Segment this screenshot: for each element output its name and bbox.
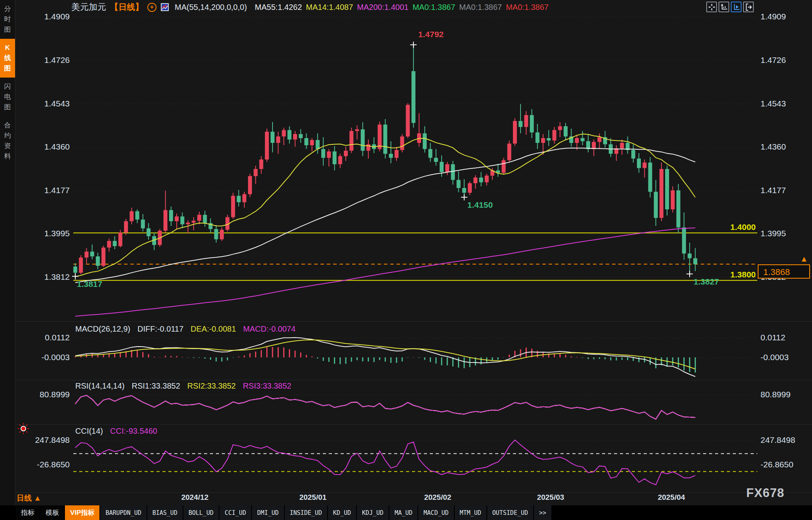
timeframe-selector[interactable]: 日线 ▲ (17, 493, 41, 503)
chart-style-icon[interactable] (160, 3, 169, 11)
rsi-axis-label: 80.8999 (16, 390, 70, 399)
tab-vip指标[interactable]: VIP指标 (65, 505, 99, 520)
price-axis-label: 1.4360 (761, 142, 786, 152)
price-annotation: 1.4792 (418, 30, 444, 39)
exit-chart-icon[interactable] (743, 2, 754, 12)
tab->>[interactable]: >> (534, 505, 551, 520)
indicator-value: RSI2:33.3852 (187, 381, 236, 390)
last-price-box: 1.3868 (758, 264, 810, 279)
indicator-value: MACD:-0.0074 (243, 325, 295, 333)
price-axis-label: 1.4177 (761, 186, 786, 195)
price-axis-label: 1.3995 (761, 229, 786, 238)
price-axis-label: 1.3812 (16, 272, 70, 282)
chart-toolbar (706, 2, 754, 12)
tab-mtm_ud[interactable]: MTM_UD (455, 505, 486, 520)
macd-axis-label: -0.0003 (16, 353, 70, 362)
panel-separator (15, 492, 812, 493)
time-axis-label: 2025/03 (537, 493, 564, 502)
tab-cci_ud[interactable]: CCI_UD (219, 505, 251, 520)
ma-value: MA14:1.4087 (306, 3, 353, 11)
ma-value: MA55:1.4262 (255, 3, 302, 11)
tab-指标[interactable]: 指标 (16, 505, 40, 520)
ma-value: MA0:1.3867 (412, 3, 455, 11)
price-axis-label: 1.4360 (16, 142, 70, 152)
tab-barupdn_ud[interactable]: BARUPDN_UD (100, 505, 146, 520)
trading-app: { "sidebar": { "items": [ {"label": "分时图… (0, 0, 812, 520)
sidebar: 分时图K线图闪电图合约资料 (0, 0, 15, 520)
indicator-value: MACD(26,12,9) (75, 325, 130, 333)
cci-axis-label: -26.8650 (16, 460, 70, 469)
watermark: FX678 (746, 486, 784, 500)
macd-axis-label: 0.0112 (761, 333, 785, 342)
indicator-value: DIFF:-0.0117 (137, 325, 183, 333)
indicator-value: CCI:-93.5460 (110, 427, 157, 435)
rsi-axis-label: 80.8999 (761, 390, 791, 399)
add-indicator-icon[interactable]: + (147, 3, 156, 12)
panel-separator (15, 380, 812, 380)
indicator-tabbar: 指标模板VIP指标BARUPDN_UDBIAS_UDBOLL_UDCCI_UDD… (0, 505, 812, 520)
macd-axis-label: -0.0003 (761, 353, 789, 362)
price-axis-label: 1.4543 (16, 99, 70, 108)
macd-header: MACD(26,12,9)DIFF:-0.0117DEA:-0.0081MACD… (75, 325, 303, 334)
axis-play-icon[interactable] (731, 2, 741, 12)
cci-axis-label: 247.8498 (16, 435, 70, 445)
indicator-value: RSI1:33.3852 (132, 381, 180, 390)
indicator-value: DEA:-0.0081 (191, 325, 236, 333)
price-axis-label: 1.3995 (16, 229, 70, 238)
panel-separator (15, 321, 812, 322)
rsi-header: RSI(14,14,14)RSI1:33.3852RSI2:33.3852RSI… (75, 381, 299, 391)
price-up-arrow-icon: ▲ (800, 255, 808, 263)
cci-axis-label: 247.8498 (761, 435, 795, 445)
price-axis-label: 1.4909 (16, 12, 70, 21)
crosshair-icon[interactable] (706, 2, 717, 12)
price-annotation: 1.3817 (77, 279, 102, 289)
tab-macd_ud[interactable]: MACD_UD (418, 505, 454, 520)
ma-value: MA200:1.4001 (357, 3, 408, 11)
time-axis-label: 2025/04 (658, 493, 685, 502)
axis-scale-icon[interactable] (719, 2, 729, 12)
sidebar-item-3[interactable]: 闪电图 (0, 78, 15, 116)
price-axis-label: 1.4909 (761, 12, 786, 21)
chart-header: 美元加元 【日线】 + MA(55,14,200,0,0,0) MA55:1.4… (71, 2, 549, 13)
indicator-value: CCI(14) (75, 427, 103, 435)
price-axis-label: 1.4726 (761, 55, 786, 65)
symbol-title: 美元加元 (71, 1, 106, 13)
time-axis-label: 2024/12 (181, 493, 209, 502)
alert-blinker-icon[interactable] (17, 423, 29, 435)
indicator-value: RSI3:33.3852 (243, 381, 291, 390)
alert-line-label: 1.4000 (711, 222, 756, 232)
sidebar-item-2[interactable]: K线图 (0, 39, 15, 78)
tab-kd_ud[interactable]: KD_UD (328, 505, 356, 520)
chart-canvas[interactable] (0, 0, 812, 520)
price-axis-label: 1.4726 (16, 55, 70, 65)
tab-bias_ud[interactable]: BIAS_UD (147, 505, 183, 520)
ma-value: MA0:1.3867 (459, 3, 502, 11)
sidebar-item-4[interactable]: 合约资料 (0, 116, 15, 165)
tab-outside_ud[interactable]: OUTSIDE_UD (487, 505, 533, 520)
tab-inside_ud[interactable]: INSIDE_UD (285, 505, 327, 520)
ma-value: MA0:1.3867 (506, 3, 549, 11)
price-annotation: 1.4150 (467, 200, 493, 210)
cci-axis-label: -26.8650 (761, 460, 793, 469)
tab-kdj_ud[interactable]: KDJ_UD (357, 505, 389, 520)
tab-模板[interactable]: 模板 (40, 505, 64, 520)
panel-separator (15, 424, 812, 425)
indicator-value: RSI(14,14,14) (75, 381, 125, 390)
price-axis-label: 1.4543 (761, 99, 786, 108)
ma-settings: MA(55,14,200,0,0,0) (175, 3, 247, 12)
price-axis-label: 1.4177 (16, 186, 70, 195)
macd-axis-label: 0.0112 (16, 333, 70, 342)
ma-legend: MA55:1.4262MA14:1.4087MA200:1.4001MA0:1.… (251, 3, 549, 12)
price-annotation: 1.3827 (694, 277, 719, 287)
sidebar-item-1[interactable]: 分时图 (0, 0, 15, 39)
tab-dmi_ud[interactable]: DMI_UD (252, 505, 284, 520)
tab-ma_ud[interactable]: MA_UD (389, 505, 417, 520)
time-axis-label: 2025/01 (299, 493, 327, 502)
period-tag: 【日线】 (110, 2, 143, 13)
cci-header: CCI(14)CCI:-93.5460 (75, 427, 164, 436)
tab-boll_ud[interactable]: BOLL_UD (183, 505, 219, 520)
time-axis-label: 2025/02 (424, 493, 452, 502)
